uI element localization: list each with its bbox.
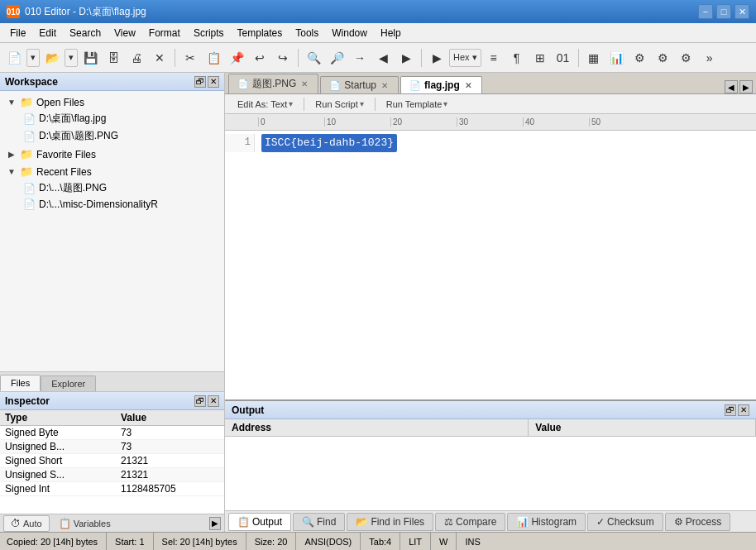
search2-button[interactable]: 🔎 [326,47,347,69]
format-button[interactable]: ≡ [483,47,505,69]
run-template-label: Run Template [386,99,443,109]
output-close-button[interactable]: ✕ [738,404,749,416]
more4-button[interactable]: » [699,47,720,69]
recent-file-item-1[interactable]: 📄 D:\...\题图.PNG [0,179,224,197]
new-button[interactable]: 📄 [3,47,25,69]
inspector-row-4: Signed Int1128485705 [0,482,224,496]
status-start: Start: 1 [107,533,153,550]
close-button[interactable]: ✕ [734,4,749,19]
output-tab-find[interactable]: 🔍 Find [293,513,345,531]
minimize-button[interactable]: − [698,4,713,19]
open-file-item-1[interactable]: 📄 D:\桌面\flag.jpg [0,110,224,127]
inspector-tab-auto[interactable]: ⏱ Auto [3,515,50,532]
menu-item-tools[interactable]: Tools [289,26,325,41]
new-dropdown[interactable]: ▾ [26,49,40,67]
view-button[interactable]: ¶ [506,47,528,69]
menu-item-format[interactable]: Format [142,26,187,41]
menu-item-file[interactable]: File [3,26,32,41]
workspace-close-button[interactable]: ✕ [208,76,219,88]
tujpng-close-button[interactable]: ✕ [299,79,309,88]
favorite-files-header[interactable]: ▶ 📁 Favorite Files [0,146,224,162]
search-button[interactable]: 🔍 [303,47,324,69]
open-dropdown[interactable]: ▾ [65,49,78,67]
run-script-button[interactable]: Run Script ▾ [309,97,369,112]
tab-nav-left[interactable]: ◀ [725,80,738,93]
more3-button[interactable]: ⚙ [676,47,697,69]
open-files-expand-icon: ▼ [7,98,17,108]
inspector-restore-button[interactable]: 🗗 [194,395,206,407]
status-write-mode-text: W [439,537,447,547]
more2-button[interactable]: ⚙ [653,47,674,69]
menu-item-search[interactable]: Search [63,26,108,41]
file-tab-startup[interactable]: 📄 Startup ✕ [320,76,399,93]
inspector-scroll-right[interactable]: ▶ [209,517,221,530]
more1-button[interactable]: ⚙ [629,47,651,69]
workspace-tab-explorer[interactable]: Explorer [41,375,96,391]
menu-item-scripts[interactable]: Scripts [187,26,231,41]
open-file-item-2[interactable]: 📄 D:\桌面\题图.PNG [0,127,224,145]
ruler: 0 10 20 30 40 50 [225,114,756,131]
output-tab-output[interactable]: 📋 Output [228,513,291,531]
ruler-mark-20: 20 [390,117,457,127]
inspector-body: Type Value Signed Byte73Unsigned B...73S… [0,410,224,514]
copy-button[interactable]: 📋 [203,47,224,69]
menu-item-view[interactable]: View [108,26,142,41]
output-panel: Output 🗗 ✕ Address Value [225,399,756,532]
startup-close-button[interactable]: ✕ [380,81,390,90]
recent-files-folder-icon: 📁 [20,165,33,178]
flagjpg-close-button[interactable]: ✕ [463,81,473,90]
run-template-button[interactable]: Run Template ▾ [380,97,454,112]
hex-selected-content[interactable]: ISCC{beij-dahb-1023} [261,134,397,152]
output-tab-checksum[interactable]: ✓ Checksum [587,513,663,531]
open-files-header[interactable]: ▼ 📁 Open Files [0,94,224,110]
tab-nav-right[interactable]: ▶ [739,80,753,93]
output-tab-process[interactable]: ⚙ Process [665,513,730,531]
save-all-button[interactable]: 🗄 [103,47,124,69]
status-lit: LIT [400,533,431,550]
menu-item-templates[interactable]: Templates [231,26,289,41]
inspector-type-2: Signed Short [0,454,116,468]
output-tab-findinfiles[interactable]: 📂 Find in Files [347,513,433,531]
hex-dropdown[interactable]: Hex ▾ [449,49,481,67]
stats-button[interactable]: ⊞ [529,47,551,69]
file-tab-flagjpg[interactable]: 📄 flag.jpg ✕ [400,76,482,93]
menu-item-window[interactable]: Window [325,26,374,41]
edit-as-text-button[interactable]: Edit As: Text ▾ [232,97,299,112]
inspector-value-2: 21321 [116,454,224,468]
line-numbers: 1 [225,134,255,152]
favorite-files-group: ▶ 📁 Favorite Files [0,146,224,162]
save-button[interactable]: 💾 [79,47,101,69]
output-tab-compare[interactable]: ⚖ Compare [435,513,505,531]
workspace-restore-button[interactable]: 🗗 [194,76,206,88]
nav-fwd-button[interactable]: ▶ [395,47,417,69]
menu-item-help[interactable]: Help [374,26,408,41]
file-tab-tujpng[interactable]: 📄 题图.PNG ✕ [228,74,318,93]
recent-file-icon-1: 📄 [23,183,36,194]
redo-button[interactable]: ↪ [272,47,294,69]
output-restore-button[interactable]: 🗗 [725,404,736,416]
workspace-tab-files[interactable]: Files [0,375,41,391]
workspace-tab-explorer-label: Explorer [51,379,85,389]
output-tabs: 📋 Output 🔍 Find 📂 Find in Files ⚖ Compar… [225,510,756,532]
paste-button[interactable]: 📌 [226,47,247,69]
output-tab-histogram[interactable]: 📊 Histogram [507,513,586,531]
calc-button[interactable]: ▦ [583,47,605,69]
cut-button[interactable]: ✂ [179,47,201,69]
open-button[interactable]: 📂 [41,47,63,69]
print-button[interactable]: 🖨 [126,47,147,69]
inspector-tab-variables[interactable]: 📋 Variables [51,515,118,532]
script-button[interactable]: ▶ [426,47,447,69]
recent-files-header[interactable]: ▼ 📁 Recent Files [0,164,224,179]
menu-item-edit[interactable]: Edit [32,26,63,41]
close-file-button[interactable]: ✕ [149,47,170,69]
hex-area[interactable]: ISCC{beij-dahb-1023} [255,134,756,152]
inspector-close-button[interactable]: ✕ [208,395,219,407]
recent-file-item-2[interactable]: 📄 D:\...\misc-DimensionalityR [0,197,224,212]
goto-button[interactable]: → [349,47,371,69]
maximize-button[interactable]: □ [716,4,731,19]
undo-button[interactable]: ↩ [249,47,270,69]
binary-button[interactable]: 01 [553,47,574,69]
open-files-group: ▼ 📁 Open Files 📄 D:\桌面\flag.jpg 📄 D:\桌面\… [0,94,224,145]
hist-button[interactable]: 📊 [606,47,628,69]
nav-back-button[interactable]: ◀ [372,47,394,69]
